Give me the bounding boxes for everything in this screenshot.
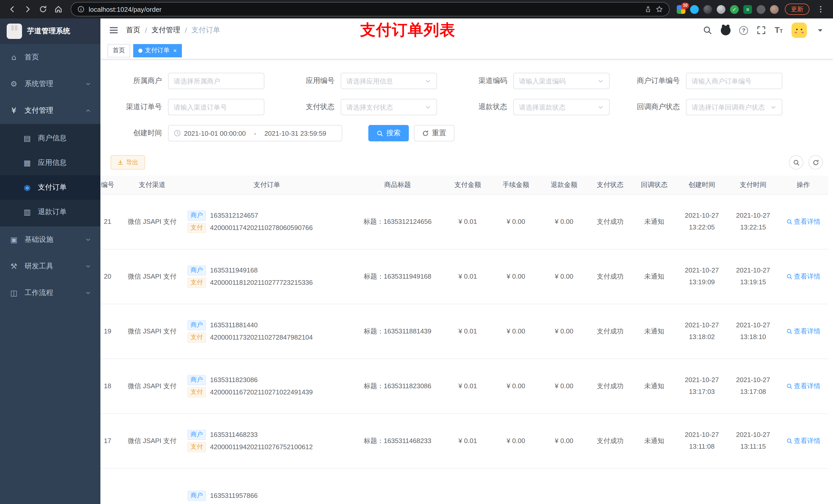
merchant-order-no-field[interactable] — [686, 73, 782, 89]
share-icon[interactable] — [644, 6, 652, 13]
cell-refund-amount: ¥ 0.00 — [540, 304, 588, 359]
address-bar[interactable]: localhost:1024/pay/order — [71, 2, 670, 16]
cell-channel: 微信 JSAPI 支付 — [122, 359, 182, 413]
help-icon[interactable]: ? — [739, 26, 748, 34]
chevron-down-icon — [425, 78, 431, 84]
close-icon[interactable]: × — [173, 47, 177, 53]
callback-status-input[interactable] — [692, 103, 768, 111]
app-logo: 芋道管理系统 — [0, 19, 100, 44]
avatar[interactable] — [791, 23, 807, 38]
merchant-order-no-input[interactable] — [692, 77, 777, 85]
url-text[interactable]: localhost:1024/pay/order — [89, 5, 640, 13]
site-info-icon[interactable] — [77, 6, 85, 13]
caret-down-icon[interactable] — [815, 26, 825, 35]
merchant-order-no: 1635311957866 — [210, 492, 258, 499]
pay-tag: 支付 — [188, 332, 206, 342]
column-header: 编号 — [100, 176, 122, 194]
app-title: 芋道管理系统 — [27, 27, 70, 36]
filter-callback-status: 回调商户状态 — [628, 99, 782, 115]
tab-home[interactable]: 首页 — [108, 44, 130, 57]
cell-created-at: 2021-10-27 13:11:08 — [676, 413, 728, 468]
cell-created-at: 2021-10-27 13:19:09 — [676, 249, 728, 304]
merchant-order-no: 1635311468233 — [210, 431, 258, 438]
column-header: 退款金额 — [540, 176, 588, 194]
reload-button[interactable] — [36, 2, 50, 16]
breadcrumb-payment[interactable]: 支付管理 — [152, 26, 180, 35]
export-button[interactable]: 导出 — [111, 155, 145, 170]
extension-dark-icon[interactable] — [704, 5, 712, 14]
page-title: 支付订单列表 — [360, 20, 455, 41]
sidebar-item-refund-order[interactable]: ▥ 退款订单 — [0, 200, 100, 224]
channel-code-select[interactable] — [513, 73, 610, 89]
bookmark-star-icon[interactable] — [656, 6, 663, 13]
view-details-link[interactable]: 查看详情 — [786, 327, 820, 336]
home-button[interactable] — [51, 2, 66, 16]
cell-pay-amount: ¥ 0.01 — [444, 359, 492, 413]
download-icon — [117, 159, 123, 165]
callback-status-select[interactable] — [686, 99, 782, 115]
pay-status-input[interactable] — [346, 103, 423, 111]
date-end[interactable]: 2021-10-31 23:59:59 — [264, 129, 326, 137]
merchant-order-no: 1635312124657 — [210, 212, 258, 219]
sidebar-item-merchant-info[interactable]: ▤ 商户信息 — [0, 126, 100, 150]
channel-order-no-input[interactable] — [174, 103, 259, 111]
channel-order-no-field[interactable] — [168, 99, 264, 115]
cell-actions: 查看详情 — [779, 359, 828, 413]
extension-gray-icon[interactable] — [717, 5, 725, 14]
view-details-link[interactable]: 查看详情 — [786, 436, 820, 446]
extensions-puzzle-icon[interactable] — [757, 5, 765, 14]
forward-button[interactable] — [21, 2, 35, 16]
extension-notes-icon[interactable]: ≡ — [743, 5, 752, 14]
view-details-link[interactable]: 查看详情 — [786, 217, 820, 226]
back-button[interactable] — [5, 2, 20, 16]
font-size-icon[interactable]: TT — [775, 26, 783, 34]
owner-select[interactable] — [168, 73, 264, 89]
tab-pay-order[interactable]: 支付订单 × — [133, 44, 182, 57]
cell-fee-amount: ¥ 0.00 — [492, 359, 540, 413]
view-details-link[interactable]: 查看详情 — [786, 272, 820, 281]
hamburger-icon[interactable] — [109, 25, 119, 35]
browser-update-button[interactable]: 更新 — [785, 4, 809, 15]
cell-fee-amount: ¥ 0.00 — [492, 194, 540, 249]
date-start[interactable]: 2021-10-01 00:00:00 — [184, 129, 246, 137]
target-icon: ◉ — [23, 183, 32, 192]
owner-input[interactable] — [174, 77, 259, 85]
table-row: 20 微信 JSAPI 支付 商户 1635311949168 支付 — [100, 249, 828, 304]
merchant-order-no: 1635311881440 — [210, 321, 258, 329]
app-no-input[interactable] — [346, 77, 423, 85]
sidebar-item-devtools[interactable]: ⚒ 研发工具 — [0, 253, 100, 280]
extension-check-icon[interactable]: ✓ — [730, 5, 739, 14]
extension-drop-icon[interactable] — [690, 5, 699, 14]
extension-colorful-icon[interactable]: 10 — [677, 5, 686, 14]
table-row-partial: 商户 1635311957866 — [100, 468, 828, 504]
pay-status-select[interactable] — [341, 99, 437, 115]
channel-code-input[interactable] — [519, 77, 595, 85]
sidebar-item-infrastructure[interactable]: ▣ 基础设施 — [0, 226, 100, 253]
sidebar-item-workflow[interactable]: ◫ 工作流程 — [0, 280, 100, 306]
view-details-link[interactable]: 查看详情 — [786, 381, 820, 390]
browser-menu-icon[interactable] — [813, 2, 828, 16]
sidebar-item-app-info[interactable]: ▦ 应用信息 — [0, 150, 100, 175]
search-button[interactable]: 搜索 — [368, 125, 409, 141]
sidebar-item-payment[interactable]: ¥ 支付管理 — [0, 97, 100, 124]
refund-status-select[interactable] — [513, 99, 610, 115]
app-no-select[interactable] — [341, 73, 437, 89]
filter-merchant-order-no: 商户订单编号 — [628, 73, 782, 89]
table-row: 17 微信 JSAPI 支付 商户 1635311468233 支付 — [100, 413, 828, 468]
workflow-icon: ◫ — [9, 288, 19, 297]
toggle-search-button[interactable] — [789, 155, 803, 170]
fullscreen-icon[interactable] — [757, 26, 766, 35]
reset-button[interactable]: 重置 — [414, 125, 454, 141]
breadcrumb-home[interactable]: 首页 — [126, 26, 140, 35]
cell-refund-amount: ¥ 0.00 — [540, 359, 588, 413]
sidebar-item-system[interactable]: ⚙ 系统管理 — [0, 71, 100, 97]
created-time-range-picker[interactable]: 2021-10-01 00:00:00 - 2021-10-31 23:59:5… — [168, 125, 342, 141]
github-icon[interactable] — [721, 25, 731, 35]
sidebar-item-pay-order[interactable]: ◉ 支付订单 — [0, 175, 100, 200]
sidebar-item-home[interactable]: ⌂ 首页 — [0, 44, 100, 71]
cell-pay-status: 支付成功 — [588, 194, 632, 249]
search-icon[interactable] — [703, 26, 712, 35]
profile-avatar[interactable] — [770, 5, 779, 14]
refund-status-input[interactable] — [519, 103, 595, 111]
refresh-table-button[interactable] — [808, 155, 823, 170]
